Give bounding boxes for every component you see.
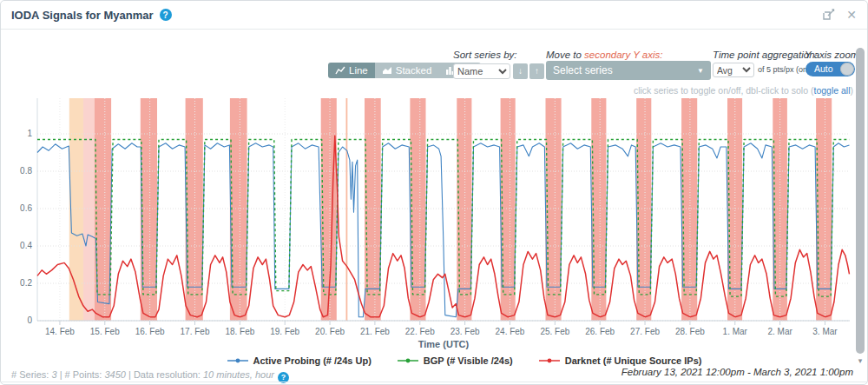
outage-band <box>365 98 381 321</box>
x-axis-tick-label: 17. Feb <box>181 327 210 336</box>
bgp-marker-icon <box>398 357 418 364</box>
x-axis-tick-label: 18. Feb <box>225 327 254 336</box>
x-axis-tick-label: 16. Feb <box>135 327 165 336</box>
legend-item-bgp[interactable]: BGP (# Visible /24s) <box>398 355 513 366</box>
x-axis-tick-label: 19. Feb <box>270 327 299 336</box>
x-axis-tick-label: 21. Feb <box>360 327 390 336</box>
x-axis-tick-label: 24. Feb <box>496 327 525 336</box>
x-axis-tick-label: 15. Feb <box>90 327 120 336</box>
y-axis-tick-label: 0.6 <box>20 203 32 213</box>
outage-band <box>457 98 471 321</box>
ioda-signals-panel: IODA Signals for Myanmar ? ✕ Line Stacke… <box>0 0 868 385</box>
outage-band <box>346 98 348 321</box>
x-axis-tick-label: 23. Feb <box>450 327 480 336</box>
x-axis-tick-label: 2. Mar <box>767 327 792 336</box>
x-axis-tick-label: 14. Feb <box>45 327 75 336</box>
x-axis-tick-label: 25. Feb <box>540 327 569 336</box>
x-axis-tick-label: 1. Mar <box>723 327 748 336</box>
y-axis-tick-label: 1 <box>27 129 32 138</box>
y-axis-tick-label: 0.8 <box>20 166 32 176</box>
x-axis-tick-label: 28. Feb <box>675 327 705 336</box>
chart-legend: Active Probing (# /24s Up) BGP (# Visibl… <box>1 355 867 366</box>
legend-item-darknet[interactable]: Darknet (# Unique Source IPs) <box>539 355 702 366</box>
scrollbar-down-icon[interactable]: ▾ <box>856 356 865 365</box>
x-axis-tick-label: 22. Feb <box>405 327 435 336</box>
y-axis-tick-label: 0 <box>27 315 32 325</box>
outage-band <box>83 98 95 321</box>
x-axis-tick-label: 26. Feb <box>585 327 615 336</box>
x-axis-title: Time (UTC) <box>418 339 470 349</box>
time-range: February 13, 2021 12:00pm - March 3, 202… <box>621 367 853 377</box>
scrollbar-thumb[interactable] <box>856 48 865 354</box>
x-axis-tick-label: 27. Feb <box>630 327 660 336</box>
footer-divider <box>1 382 867 382</box>
active-probing-marker-icon <box>227 357 248 364</box>
y-axis-tick-label: 0.2 <box>20 278 32 288</box>
y-axis-tick-label: 0.4 <box>20 241 32 250</box>
signals-chart: 00.20.40.60.8114. Feb15. Feb16. Feb17. F… <box>1 1 868 385</box>
darknet-marker-icon <box>539 357 560 364</box>
outage-band <box>816 98 832 321</box>
x-axis-tick-label: 3. Mar <box>812 327 838 336</box>
legend-item-active-probing[interactable]: Active Probing (# /24s Up) <box>227 355 372 366</box>
x-axis-tick-label: 20. Feb <box>315 327 345 336</box>
